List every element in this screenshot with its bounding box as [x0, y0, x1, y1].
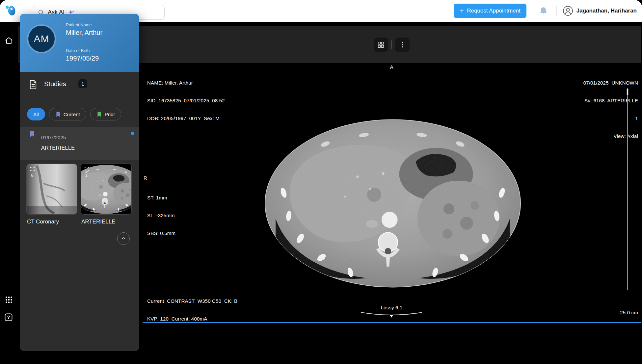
series-image-count: 6	[31, 173, 33, 178]
patient-panel: AM Patient Name Miller, Arthur Date of B…	[20, 14, 139, 351]
more-options-kebab-icon[interactable]	[395, 38, 410, 52]
help-icon[interactable]: ?	[4, 313, 13, 322]
filter-current[interactable]: Current	[49, 108, 86, 120]
unread-indicator-dot	[131, 132, 134, 135]
filter-current-label: Current	[64, 112, 80, 117]
filter-all[interactable]: All	[27, 108, 45, 120]
overlay-study-info: 07/01/2025 UNKNOWN S#: 6168 ARTERIELLE 1…	[583, 68, 638, 151]
slice-scrollbar-thumb[interactable]	[627, 88, 629, 95]
orientation-marker-right: R	[144, 175, 147, 181]
request-appointment-label: Request Appointment	[467, 8, 521, 14]
filter-prior[interactable]: Prior	[90, 108, 121, 120]
series-image-count: 1	[85, 173, 88, 178]
svg-text:?: ?	[7, 315, 10, 320]
notifications-bell-icon[interactable]	[539, 6, 548, 15]
studies-count-badge: 1	[78, 79, 87, 88]
app-window: Ask AI + Request Appointment	[0, 0, 642, 364]
bookmark-icon	[96, 111, 102, 117]
orientation-marker-anterior: A	[143, 64, 641, 70]
studies-section-header: Studies 1	[20, 78, 139, 91]
expand-icon[interactable]	[30, 167, 35, 171]
series-label-arterielle: ARTERIELLE	[81, 219, 116, 225]
overlay-scale-org-info: 25.0 cm @RS-BLUME-TEST-ORG	[579, 297, 638, 323]
patient-avatar: AM	[27, 24, 56, 53]
slice-scrollbar[interactable]	[627, 88, 628, 290]
user-account-chip[interactable]: Jaganathan, Hariharan	[563, 6, 637, 16]
patient-name: Miller, Arthur	[66, 29, 102, 37]
series-label-ct-coronary: CT Coronary	[27, 219, 59, 225]
dob-label: Date of Birth	[66, 48, 90, 53]
expand-icon[interactable]	[84, 167, 89, 171]
user-name: Jaganathan, Hariharan	[576, 8, 637, 14]
ct-axial-image	[261, 113, 524, 292]
cine-scrubber-arc[interactable]	[360, 311, 423, 319]
compression-label: Lossy 6:1	[143, 305, 641, 311]
app-logo-icon	[5, 4, 16, 18]
study-name: ARTERIELLE	[41, 145, 75, 151]
study-list-item[interactable]: 01/07/2025 ARTERIELLE	[20, 127, 139, 160]
patient-name-label: Patient Name	[66, 22, 92, 27]
collapse-panel-button[interactable]	[117, 232, 130, 245]
chevron-up-icon	[120, 236, 126, 242]
toolbar-divider	[391, 40, 392, 49]
study-filter-tabs: All Current Prior	[27, 108, 121, 120]
ct-image-viewport[interactable]: NAME: Miller, Arthur SID: 16735825 07/01…	[143, 63, 641, 323]
patient-panel-header: AM Patient Name Miller, Arthur Date of B…	[20, 14, 139, 72]
topbar-divider	[556, 6, 557, 16]
bookmark-icon	[55, 111, 61, 117]
studies-title: Studies	[44, 80, 66, 88]
study-date: 01/07/2025	[41, 135, 66, 140]
user-avatar-icon	[563, 6, 573, 16]
filter-prior-label: Prior	[105, 112, 115, 117]
dob-value: 1997/05/29	[66, 55, 99, 62]
apps-grid-icon[interactable]	[5, 296, 13, 304]
series-thumbnail-arterielle[interactable]: 1	[81, 164, 132, 215]
overlay-slice-info: ST: 1mm SL: -325mm SBS: 0.5mm	[147, 183, 175, 248]
viewer-toolbar	[374, 38, 410, 52]
series-thumbnail-ct-coronary[interactable]: 6	[26, 164, 77, 215]
request-appointment-button[interactable]: + Request Appointment	[454, 4, 526, 18]
left-sidebar: ?	[0, 22, 18, 364]
plus-icon: +	[460, 7, 464, 14]
overlay-patient-info: NAME: Miller, Arthur SID: 16735825 07/01…	[147, 68, 225, 133]
filter-all-label: All	[33, 112, 39, 117]
document-icon	[28, 80, 38, 90]
bookmark-icon	[29, 130, 36, 138]
home-icon[interactable]	[5, 36, 13, 45]
layout-grid-icon[interactable]	[374, 38, 388, 52]
